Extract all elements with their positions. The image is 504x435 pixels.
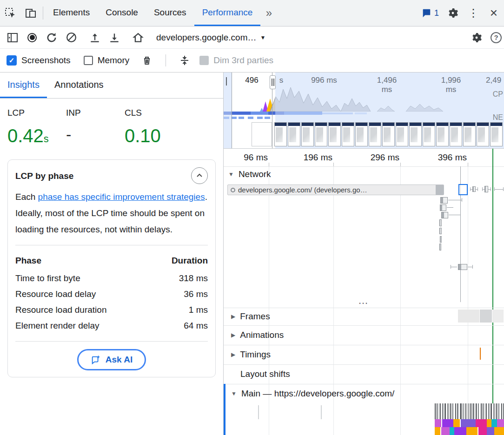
filmstrip-frame[interactable] [342, 122, 354, 146]
tab-annotations[interactable]: Annotations [47, 72, 111, 98]
toggle-sidebar-icon[interactable] [3, 28, 22, 47]
tab-elements[interactable]: Elements [45, 0, 98, 26]
tab-insights[interactable]: Insights [0, 72, 47, 98]
garbage-collect-icon[interactable] [137, 55, 157, 66]
frame-block [480, 310, 492, 323]
phase-table: Phase Duration Time to first byte318 ms … [15, 253, 208, 334]
record-and-reload-icon[interactable] [42, 28, 61, 47]
tab-sources[interactable]: Sources [146, 0, 194, 26]
metrics-summary: LCP 0.42s INP - CLS 0.10 [0, 99, 223, 153]
selected-request-box[interactable] [458, 184, 468, 195]
device-toolbar-icon[interactable] [20, 0, 41, 26]
expander-right-icon: ▶ [231, 332, 235, 338]
memory-checkbox[interactable]: Memory [84, 55, 130, 66]
performance-timeline: 496 s 996 ms 1,496 ms 1,996 ms 2,49 CP N… [224, 72, 504, 435]
filmstrip-frame[interactable] [288, 122, 300, 146]
network-request-bar[interactable] [439, 219, 442, 226]
network-request-bar[interactable] [484, 186, 488, 192]
network-request-bar[interactable] [440, 236, 442, 243]
table-row: Resource load duration1 ms [15, 302, 208, 318]
track-frames[interactable]: ▶ Frames [231, 311, 270, 322]
ruler-label: 296 ms [357, 152, 399, 163]
inspect-element-icon[interactable] [0, 0, 20, 26]
tab-console[interactable]: Console [98, 0, 146, 26]
track-layout-shifts[interactable]: Layout shifts [240, 369, 290, 379]
screenshots-checkbox[interactable]: ✓ Screenshots [7, 55, 71, 66]
filmstrip-frame[interactable] [301, 122, 314, 146]
more-tabs-icon[interactable]: » [260, 0, 277, 26]
save-profile-icon[interactable] [105, 28, 124, 47]
improvement-strategies-link[interactable]: phase has specific improvement strategie… [38, 192, 205, 202]
record-button[interactable] [22, 28, 42, 47]
dropdown-arrow-icon: ▼ [260, 34, 265, 41]
overview-time-label: 996 ms [309, 76, 339, 85]
filmstrip-frame[interactable] [274, 122, 287, 146]
help-icon[interactable]: ? [486, 28, 504, 47]
console-messages-button[interactable]: 1 [418, 0, 443, 26]
network-request-bar[interactable] [440, 204, 446, 211]
filmstrip-frame[interactable] [369, 122, 381, 146]
settings-gear-icon[interactable] [443, 0, 463, 26]
main-flame-chart[interactable] [435, 403, 504, 435]
close-icon[interactable]: × [484, 0, 504, 26]
filmstrip-frame[interactable] [436, 122, 449, 146]
track-animations[interactable]: ▶ Animations [231, 330, 284, 340]
ruler-label: 396 ms [424, 152, 467, 163]
filmstrip-frame[interactable] [463, 122, 476, 146]
timing-marker [480, 348, 481, 360]
metric-inp: INP - [66, 108, 125, 146]
message-bubble-icon [421, 8, 431, 18]
dim-3rd-parties-checkbox[interactable]: Dim 3rd parties [199, 55, 273, 66]
devtools-window: Elements Console Sources Performance » 1… [0, 0, 504, 435]
tab-performance[interactable]: Performance [194, 0, 261, 26]
filmstrip-frame[interactable] [328, 122, 341, 146]
filmstrip-frame[interactable] [409, 122, 422, 146]
checkbox-disabled-icon [199, 56, 209, 65]
network-request-bar[interactable] [439, 244, 441, 250]
divider [43, 7, 43, 20]
collapse-card-button[interactable] [191, 167, 208, 184]
load-profile-icon[interactable] [85, 28, 105, 47]
filmstrip-frame[interactable] [252, 122, 272, 146]
capture-options-bar: ✓ Screenshots Memory Dim 3rd parties [0, 49, 504, 72]
ask-ai-button[interactable]: Ask AI [77, 349, 146, 370]
network-request-bar[interactable] [472, 186, 476, 192]
lcp-marker-line [492, 149, 493, 435]
track-network[interactable]: ▼ Network [228, 169, 271, 179]
collapse-sections-icon[interactable] [174, 55, 195, 66]
filmstrip-frame[interactable] [382, 122, 395, 146]
window-left-handle[interactable] [226, 77, 227, 86]
filmstrip-frame[interactable] [355, 122, 368, 146]
filmstrip-frame[interactable] [423, 122, 435, 146]
flame-color-row [435, 427, 504, 435]
frame-block [458, 310, 479, 323]
insights-sidebar: Insights Annotations LCP 0.42s INP - CLS… [0, 72, 224, 435]
overview-time-label: 2,49 [486, 76, 504, 85]
clear-icon[interactable] [61, 28, 81, 47]
filmstrip-frame[interactable] [477, 122, 489, 146]
capture-settings-gear-icon[interactable] [467, 28, 486, 47]
favicon-gear-icon [231, 188, 235, 192]
filmstrip-frame[interactable] [396, 122, 408, 146]
network-request-bar[interactable]: developers.google.com/ (developers.go… [227, 185, 444, 195]
checkbox-unchecked-icon [84, 56, 93, 65]
filmstrip-frame[interactable] [490, 122, 503, 146]
filmstrip-frame[interactable] [315, 122, 327, 146]
home-icon[interactable] [128, 28, 148, 47]
track-main-thread[interactable]: ▼ Main — https://developers.google.com/ [231, 389, 394, 399]
filmstrip-frame[interactable] [450, 122, 462, 146]
track-timings[interactable]: ▶ Timings [231, 349, 271, 360]
table-row: Element render delay64 ms [15, 318, 208, 334]
network-request-bar[interactable] [458, 264, 467, 270]
kebab-menu-icon[interactable]: ⋮ [463, 0, 484, 26]
metric-lcp: LCP 0.42s [7, 108, 66, 146]
network-request-bar[interactable] [440, 197, 448, 204]
timeline-overview[interactable]: 496 s 996 ms 1,496 ms 1,996 ms 2,49 CP N… [224, 72, 504, 149]
metric-cls: CLS 0.10 [125, 108, 183, 146]
network-request-bar[interactable] [441, 212, 448, 218]
overview-time-label: 1,996 ms [435, 76, 467, 94]
ai-chat-icon [91, 355, 101, 365]
network-request-bar[interactable] [439, 228, 442, 234]
track-splitter-handle[interactable]: … [224, 295, 504, 307]
history-url-select[interactable]: developers.google.com… ▼ [156, 33, 265, 43]
